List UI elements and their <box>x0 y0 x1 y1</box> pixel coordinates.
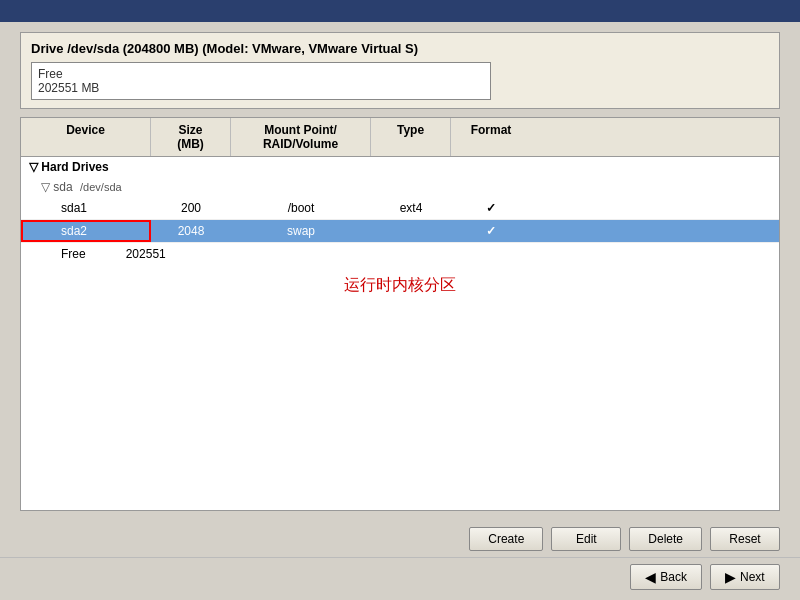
next-button[interactable]: ▶ Next <box>710 564 780 590</box>
partition-table: Device Size(MB) Mount Point/RAID/Volume … <box>20 117 780 511</box>
sda-device-label: /dev/sda <box>80 181 122 193</box>
table-header: Device Size(MB) Mount Point/RAID/Volume … <box>21 118 779 157</box>
row2-size: 2048 <box>151 220 231 242</box>
table-row[interactable]: sda1 200 /boot ext4 ✓ <box>21 197 779 220</box>
hard-drives-section: ▽ Hard Drives <box>21 157 779 177</box>
row2-format: ✓ <box>451 220 531 242</box>
free-size: 202551 <box>126 247 166 261</box>
col-mount: Mount Point/RAID/Volume <box>231 118 371 156</box>
col-format: Format <box>451 118 531 156</box>
reset-button[interactable]: Reset <box>710 527 780 551</box>
row1-device: sda1 <box>21 197 151 219</box>
top-progress-bar <box>0 0 800 22</box>
next-arrow-icon: ▶ <box>725 569 736 585</box>
col-type: Type <box>371 118 451 156</box>
row1-type: ext4 <box>371 197 451 219</box>
create-button[interactable]: Create <box>469 527 543 551</box>
drive-title: Drive /dev/sda (204800 MB) (Model: VMwar… <box>31 41 769 56</box>
annotation-text: 运行时内核分区 <box>21 265 779 306</box>
sda-section: ▽ sda /dev/sda <box>21 177 779 197</box>
free-label: Free <box>61 247 86 261</box>
back-arrow-icon: ◀ <box>645 569 656 585</box>
delete-button[interactable]: Delete <box>629 527 702 551</box>
table-row-selected[interactable]: sda2 2048 swap ✓ <box>21 220 779 243</box>
nav-button-bar: ◀ Back ▶ Next <box>0 557 800 600</box>
row1-size: 200 <box>151 197 231 219</box>
action-button-bar: Create Edit Delete Reset <box>0 521 800 557</box>
col-size: Size(MB) <box>151 118 231 156</box>
free-row: Free 202551 <box>21 243 779 265</box>
table-body: ▽ Hard Drives ▽ sda /dev/sda sda1 200 /b… <box>21 157 779 510</box>
partition-label: Free <box>38 67 484 81</box>
row2-type <box>371 227 451 235</box>
edit-button[interactable]: Edit <box>551 527 621 551</box>
row1-format: ✓ <box>451 197 531 219</box>
row1-mount: /boot <box>231 197 371 219</box>
drive-section: Drive /dev/sda (204800 MB) (Model: VMwar… <box>20 32 780 109</box>
partition-size: 202551 MB <box>38 81 484 95</box>
col-device: Device <box>21 118 151 156</box>
back-button[interactable]: ◀ Back <box>630 564 702 590</box>
drive-info-box: Free 202551 MB <box>31 62 491 100</box>
row2-device: sda2 <box>21 220 151 242</box>
row2-mount: swap <box>231 220 371 242</box>
